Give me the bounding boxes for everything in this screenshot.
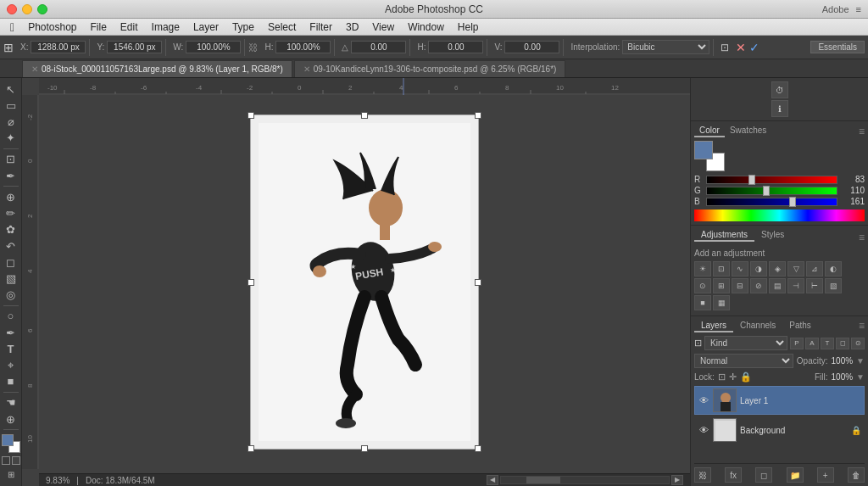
g-slider-thumb[interactable]	[763, 186, 770, 196]
adj-exposure[interactable]: ◑	[750, 261, 767, 277]
adj-colorlookup[interactable]: ⊟	[732, 278, 748, 293]
layers-panel-menu[interactable]: ≡	[859, 320, 865, 332]
tab-1[interactable]: ✕ 08-iStock_000011057163Large.psd @ 9.83…	[22, 60, 292, 77]
adj-panel-menu[interactable]: ≡	[859, 232, 865, 243]
tool-brush[interactable]: ✏	[2, 205, 20, 221]
fill-arrow[interactable]: ▼	[856, 372, 865, 382]
filter-pixel[interactable]: P	[790, 338, 804, 349]
tab-color[interactable]: Color	[694, 125, 725, 137]
lock-all-icon[interactable]: 🔒	[740, 371, 752, 383]
adj-pattern[interactable]: ▦	[713, 295, 730, 310]
warp-icon[interactable]: ⊡	[721, 42, 729, 53]
adj-gradient[interactable]: ▧	[825, 278, 842, 293]
history-icon[interactable]: ⏱	[771, 81, 788, 98]
menu-image[interactable]: Image	[145, 19, 186, 36]
tab-layers[interactable]: Layers	[694, 320, 733, 332]
tool-shape[interactable]: ■	[2, 374, 20, 389]
workspace-selector[interactable]: Essentials	[810, 41, 865, 53]
menu-view[interactable]: View	[365, 19, 401, 36]
menu-help[interactable]: Help	[451, 19, 486, 36]
add-mask-btn[interactable]: ◻	[755, 467, 772, 483]
tab-swatches[interactable]: Swatches	[725, 125, 771, 137]
filter-shape[interactable]: ◻	[836, 338, 849, 349]
layer-1-visibility[interactable]: 👁	[698, 394, 709, 406]
r-value[interactable]: 83	[841, 175, 865, 184]
g-slider-track[interactable]	[706, 187, 837, 195]
adj-threshold[interactable]: ⊣	[787, 278, 804, 293]
b-slider-container[interactable]	[706, 198, 837, 206]
foreground-color[interactable]	[694, 141, 713, 159]
r-slider-thumb[interactable]	[748, 175, 755, 185]
tab-adjustments[interactable]: Adjustments	[694, 229, 754, 242]
adj-hue[interactable]: ▽	[787, 261, 804, 277]
r-slider-container[interactable]	[706, 176, 837, 184]
delete-layer-btn[interactable]: 🗑	[848, 467, 865, 483]
menu-window[interactable]: Window	[401, 19, 451, 36]
link-icon[interactable]: ⛓	[248, 42, 258, 53]
adj-solidcolor[interactable]: ■	[694, 295, 711, 310]
tab-styles[interactable]: Styles	[754, 229, 791, 242]
tool-hand[interactable]: ☚	[2, 395, 20, 411]
scroll-left[interactable]: ◀	[487, 475, 498, 485]
tool-crop[interactable]: ⊡	[2, 152, 20, 167]
commit-transform[interactable]: ✓	[749, 41, 760, 54]
quick-mask-on[interactable]	[12, 456, 20, 465]
menu-3d[interactable]: 3D	[339, 19, 365, 36]
g-slider-container[interactable]	[706, 187, 837, 195]
tab-channels[interactable]: Channels	[733, 320, 782, 332]
menu-type[interactable]: Type	[225, 19, 261, 36]
tool-move[interactable]: ↖	[2, 81, 20, 97]
tool-pen[interactable]: ✒	[2, 325, 20, 340]
filter-adjustment[interactable]: A	[805, 338, 819, 349]
tool-magic-wand[interactable]: ✦	[2, 131, 20, 146]
background-layer-item[interactable]: 👁 Background 🔒	[694, 416, 865, 444]
tool-marquee[interactable]: ▭	[2, 98, 20, 113]
canvas-container[interactable]: PUSH ★ ★	[39, 95, 690, 469]
g-value[interactable]: 110	[841, 186, 865, 195]
tab-paths[interactable]: Paths	[782, 320, 818, 332]
rotate-value[interactable]: 0.00	[351, 41, 406, 53]
horizontal-scrollbar[interactable]	[500, 476, 670, 484]
adj-brightness[interactable]: ☀	[694, 261, 711, 277]
quick-mask-off[interactable]	[2, 456, 10, 465]
tab-2[interactable]: ✕ 09-10KandiceLynn19-306-to-composite.ps…	[294, 60, 566, 77]
x-value[interactable]: 1288.00 px	[31, 41, 86, 53]
skewv-value[interactable]: 0.00	[504, 41, 559, 53]
menu-file[interactable]: File	[84, 19, 114, 36]
create-layer-btn[interactable]: +	[817, 467, 834, 483]
menu-filter[interactable]: Filter	[303, 19, 339, 36]
adj-selectivecolor[interactable]: ⊢	[806, 278, 823, 293]
tab-1-close[interactable]: ✕	[31, 61, 38, 78]
b-slider-track[interactable]	[706, 198, 837, 206]
blend-mode-select[interactable]: Normal	[694, 354, 793, 368]
foreground-color-swatch[interactable]	[2, 434, 14, 446]
adj-curves[interactable]: ∿	[732, 261, 748, 277]
close-button[interactable]	[7, 4, 17, 14]
menu-photoshop[interactable]: Photoshop	[21, 19, 83, 36]
menu-layer[interactable]: Layer	[186, 19, 225, 36]
tool-path-select[interactable]: ⌖	[2, 357, 20, 372]
tool-eyedropper[interactable]: ✒	[2, 168, 20, 183]
filter-smart[interactable]: ⊙	[851, 338, 865, 349]
tool-dodge[interactable]: ○	[2, 309, 20, 324]
b-value[interactable]: 161	[841, 197, 865, 206]
opacity-value[interactable]: 100%	[832, 356, 854, 366]
adj-channelmixer[interactable]: ⊞	[713, 278, 730, 293]
maximize-button[interactable]	[37, 4, 47, 14]
tool-blur[interactable]: ◎	[2, 288, 20, 303]
menu-edit[interactable]: Edit	[114, 19, 145, 36]
info-icon[interactable]: ℹ	[771, 100, 788, 117]
background-visibility[interactable]: 👁	[698, 424, 709, 436]
tool-heal[interactable]: ⊕	[2, 189, 20, 204]
fill-value[interactable]: 100%	[832, 372, 854, 382]
color-spectrum[interactable]	[694, 209, 865, 221]
tool-eraser[interactable]: ◻	[2, 254, 20, 270]
adj-blackwhite[interactable]: ◐	[825, 261, 842, 277]
b-slider-thumb[interactable]	[789, 197, 796, 207]
tab-2-close[interactable]: ✕	[303, 61, 310, 78]
tool-clone[interactable]: ✿	[2, 222, 20, 237]
tool-zoom[interactable]: ⊕	[2, 411, 20, 427]
link-layers-btn[interactable]: ⛓	[694, 467, 711, 483]
color-panel-menu[interactable]: ≡	[859, 126, 865, 137]
interpolation-select[interactable]: Bicubic Bilinear Nearest Neighbor	[622, 40, 709, 54]
